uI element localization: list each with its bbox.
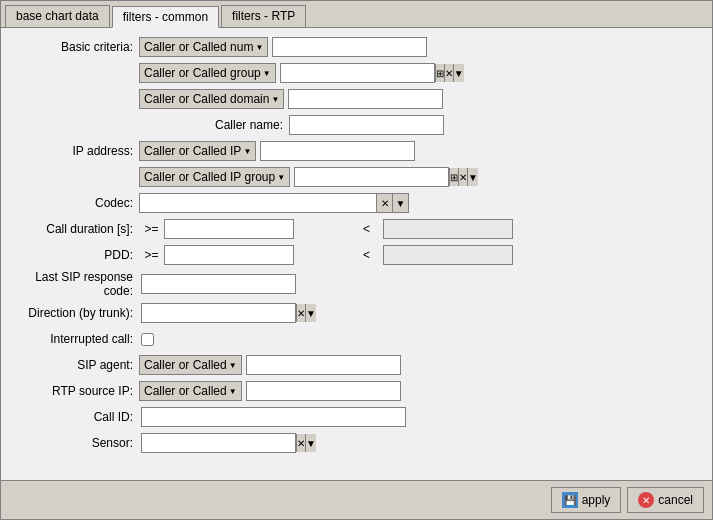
interrupted-row: Interrupted call: bbox=[9, 328, 704, 350]
basic-criteria-label: Basic criteria: bbox=[9, 40, 139, 54]
caller-group-arrow-icon: ▼ bbox=[263, 69, 271, 78]
ip-address-label: IP address: bbox=[9, 144, 139, 158]
form-content: Basic criteria: Caller or Called num ▼ C… bbox=[1, 28, 712, 480]
call-duration-label: Call duration [s]: bbox=[9, 222, 139, 236]
caller-ip-group-clear-btn[interactable]: ✕ bbox=[458, 168, 467, 186]
call-duration-to-input[interactable] bbox=[383, 219, 513, 239]
caller-group-grid-btn[interactable]: ⊞ bbox=[435, 64, 444, 82]
pdd-from-input[interactable] bbox=[164, 245, 294, 265]
caller-num-row: Basic criteria: Caller or Called num ▼ bbox=[9, 36, 704, 58]
caller-ip-input[interactable] bbox=[260, 141, 415, 161]
pdd-to-input[interactable] bbox=[383, 245, 513, 265]
codec-label: Codec: bbox=[9, 196, 139, 210]
caller-domain-dropdown[interactable]: Caller or Called domain ▼ bbox=[139, 89, 284, 109]
caller-group-row: Caller or Called group ▼ ⊞ ✕ ▼ bbox=[9, 62, 704, 84]
caller-domain-row: Caller or Called domain ▼ bbox=[9, 88, 704, 110]
pdd-row: PDD: >= < bbox=[9, 244, 704, 266]
direction-input[interactable] bbox=[142, 304, 296, 322]
rtp-source-label: RTP source IP: bbox=[9, 384, 139, 398]
direction-clear-btn[interactable]: ✕ bbox=[296, 304, 305, 322]
interrupted-checkbox[interactable] bbox=[141, 333, 154, 346]
codec-row: Codec: ✕ ▼ bbox=[9, 192, 704, 214]
pdd-label: PDD: bbox=[9, 248, 139, 262]
caller-num-arrow-icon: ▼ bbox=[255, 43, 263, 52]
caller-group-input[interactable] bbox=[281, 64, 435, 82]
caller-group-dropdown[interactable]: Caller or Called group ▼ bbox=[139, 63, 276, 83]
cancel-button[interactable]: ✕ cancel bbox=[627, 487, 704, 513]
caller-domain-input[interactable] bbox=[288, 89, 443, 109]
direction-row: Direction (by trunk): ✕ ▼ bbox=[9, 302, 704, 324]
last-sip-input[interactable] bbox=[141, 274, 296, 294]
direction-dd-btn[interactable]: ▼ bbox=[305, 304, 316, 322]
caller-ip-group-arrow-icon: ▼ bbox=[277, 173, 285, 182]
sip-agent-dropdown[interactable]: Caller or Called ▼ bbox=[139, 355, 242, 375]
caller-ip-dropdown[interactable]: Caller or Called IP ▼ bbox=[139, 141, 256, 161]
caller-group-input-area: ⊞ ✕ ▼ bbox=[280, 63, 435, 83]
caller-ip-group-grid-btn[interactable]: ⊞ bbox=[449, 168, 458, 186]
caller-ip-group-dd-btn[interactable]: ▼ bbox=[467, 168, 478, 186]
tab-filters-rtp[interactable]: filters - RTP bbox=[221, 5, 306, 27]
rtp-source-row: RTP source IP: Caller or Called ▼ bbox=[9, 380, 704, 402]
call-duration-row: Call duration [s]: >= < bbox=[9, 218, 704, 240]
codec-input-area: ✕ ▼ bbox=[139, 193, 409, 213]
main-window: base chart data filters - common filters… bbox=[0, 0, 713, 520]
save-icon: 💾 bbox=[562, 492, 578, 508]
caller-num-dropdown[interactable]: Caller or Called num ▼ bbox=[139, 37, 268, 57]
call-duration-ge-operator: >= bbox=[139, 222, 164, 236]
caller-group-dd-btn[interactable]: ▼ bbox=[453, 64, 464, 82]
call-id-label: Call ID: bbox=[9, 410, 139, 424]
pdd-lt-operator: < bbox=[354, 248, 379, 262]
caller-domain-arrow-icon: ▼ bbox=[271, 95, 279, 104]
sip-agent-input[interactable] bbox=[246, 355, 401, 375]
call-id-row: Call ID: bbox=[9, 406, 704, 428]
direction-input-area: ✕ ▼ bbox=[141, 303, 296, 323]
sensor-input[interactable] bbox=[142, 434, 296, 452]
caller-ip-group-input-area: ⊞ ✕ ▼ bbox=[294, 167, 449, 187]
codec-input[interactable] bbox=[140, 194, 376, 212]
caller-num-input[interactable] bbox=[272, 37, 427, 57]
rtp-source-dropdown[interactable]: Caller or Called ▼ bbox=[139, 381, 242, 401]
caller-group-clear-btn[interactable]: ✕ bbox=[444, 64, 453, 82]
call-id-input[interactable] bbox=[141, 407, 406, 427]
form-section: Basic criteria: Caller or Called num ▼ C… bbox=[9, 36, 704, 454]
sip-agent-row: SIP agent: Caller or Called ▼ bbox=[9, 354, 704, 376]
caller-ip-row: IP address: Caller or Called IP ▼ bbox=[9, 140, 704, 162]
caller-name-row: Caller name: bbox=[9, 114, 704, 136]
call-duration-from-input[interactable] bbox=[164, 219, 294, 239]
rtp-source-arrow-icon: ▼ bbox=[229, 387, 237, 396]
rtp-source-input[interactable] bbox=[246, 381, 401, 401]
caller-ip-group-dropdown[interactable]: Caller or Called IP group ▼ bbox=[139, 167, 290, 187]
tab-filters-common[interactable]: filters - common bbox=[112, 6, 219, 28]
caller-ip-arrow-icon: ▼ bbox=[243, 147, 251, 156]
sensor-dd-btn[interactable]: ▼ bbox=[305, 434, 316, 452]
tab-bar: base chart data filters - common filters… bbox=[1, 1, 712, 28]
call-duration-lt-operator: < bbox=[354, 222, 379, 236]
sensor-label: Sensor: bbox=[9, 436, 139, 450]
cancel-icon: ✕ bbox=[638, 492, 654, 508]
sensor-row: Sensor: ✕ ▼ bbox=[9, 432, 704, 454]
last-sip-label: Last SIP response code: bbox=[9, 270, 139, 298]
codec-dd-btn[interactable]: ▼ bbox=[392, 194, 408, 212]
last-sip-row: Last SIP response code: bbox=[9, 270, 704, 298]
sip-agent-label: SIP agent: bbox=[9, 358, 139, 372]
bottom-bar: 💾 apply ✕ cancel bbox=[1, 480, 712, 519]
caller-ip-group-row: Caller or Called IP group ▼ ⊞ ✕ ▼ bbox=[9, 166, 704, 188]
sensor-input-area: ✕ ▼ bbox=[141, 433, 296, 453]
tab-base-chart-data[interactable]: base chart data bbox=[5, 5, 110, 27]
interrupted-label: Interrupted call: bbox=[9, 332, 139, 346]
caller-ip-group-input[interactable] bbox=[295, 168, 449, 186]
caller-name-label: Caller name: bbox=[139, 118, 289, 132]
apply-button[interactable]: 💾 apply bbox=[551, 487, 622, 513]
caller-name-input[interactable] bbox=[289, 115, 444, 135]
pdd-ge-operator: >= bbox=[139, 248, 164, 262]
codec-clear-btn[interactable]: ✕ bbox=[376, 194, 392, 212]
direction-label: Direction (by trunk): bbox=[9, 306, 139, 320]
sensor-clear-btn[interactable]: ✕ bbox=[296, 434, 305, 452]
sip-agent-arrow-icon: ▼ bbox=[229, 361, 237, 370]
